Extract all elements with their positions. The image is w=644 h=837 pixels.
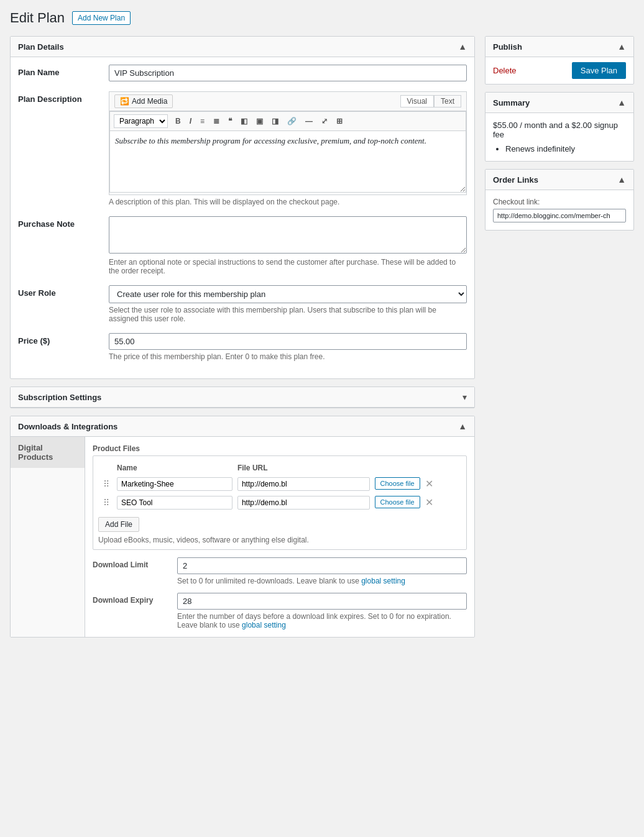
download-limit-global-link[interactable]: global setting xyxy=(361,577,405,585)
align-left-button[interactable]: ◧ xyxy=(237,115,251,127)
file-name-input[interactable] xyxy=(117,477,232,491)
blockquote-button[interactable]: ❝ xyxy=(224,115,236,127)
more-button[interactable]: ⊞ xyxy=(333,115,346,127)
subscription-settings-card: Subscription Settings ▾ xyxy=(10,386,475,408)
summary-renewal: Renews indefinitely xyxy=(505,144,626,153)
add-file-button[interactable]: Add File xyxy=(98,517,139,532)
download-expiry-input[interactable] xyxy=(177,593,467,610)
purchase-note-input[interactable] xyxy=(109,216,467,254)
plan-name-input[interactable] xyxy=(109,65,467,81)
align-center-button[interactable]: ▣ xyxy=(252,115,267,127)
bold-button[interactable]: B xyxy=(172,115,185,127)
digital-products-tab[interactable]: Digital Products xyxy=(11,437,85,468)
product-files-label: Product Files xyxy=(93,444,467,453)
paragraph-select[interactable]: Paragraph xyxy=(114,114,168,128)
plan-description-label: Plan Description xyxy=(18,91,99,104)
checkout-url-input[interactable] xyxy=(493,209,626,222)
add-media-button[interactable]: 🔁 Add Media xyxy=(114,94,173,108)
user-role-select[interactable]: Create user role for this membership pla… xyxy=(109,285,467,303)
purchase-note-help: Enter an optional note or special instru… xyxy=(109,258,467,275)
download-expiry-global-link[interactable]: global setting xyxy=(242,621,286,629)
choose-file-button[interactable]: Choose file xyxy=(375,496,420,508)
price-help: The price of this membership plan. Enter… xyxy=(109,352,467,361)
file-name-input[interactable] xyxy=(117,496,232,510)
delete-link[interactable]: Delete xyxy=(493,66,517,75)
download-expiry-help: Enter the number of days before a downlo… xyxy=(177,612,467,629)
file-url-input[interactable] xyxy=(237,496,370,510)
publish-header[interactable]: Publish ▲ xyxy=(485,37,633,57)
ordered-list-button[interactable]: ≣ xyxy=(209,115,223,127)
subscription-settings-title: Subscription Settings xyxy=(18,393,101,402)
plan-name-label: Plan Name xyxy=(18,65,99,77)
summary-header[interactable]: Summary ▲ xyxy=(485,93,633,113)
col-name-header: Name xyxy=(114,461,235,475)
drag-handle-icon[interactable]: ⠿ xyxy=(101,498,112,508)
downloads-title: Downloads & Integrations xyxy=(18,422,117,431)
plan-details-title: Plan Details xyxy=(18,42,64,52)
choose-file-button[interactable]: Choose file xyxy=(375,477,420,490)
italic-button[interactable]: I xyxy=(186,115,195,127)
publish-chevron-icon: ▲ xyxy=(617,42,626,52)
table-row: ⠿ Choose file ✕ xyxy=(98,475,461,493)
remove-file-button[interactable]: ✕ xyxy=(423,478,436,490)
plan-details-chevron-icon: ▲ xyxy=(458,42,467,52)
summary-chevron-icon: ▲ xyxy=(617,98,626,107)
price-input[interactable] xyxy=(109,333,467,350)
summary-card: Summary ▲ $55.00 / month and a $2.00 sig… xyxy=(485,92,634,162)
order-links-chevron-icon: ▲ xyxy=(617,175,626,185)
description-editor[interactable]: Subscribe to this membership program for… xyxy=(109,130,466,193)
summary-title: Summary xyxy=(493,98,530,107)
add-media-icon: 🔁 xyxy=(120,97,129,106)
user-role-label: User Role xyxy=(18,285,99,298)
col-url-header: File URL xyxy=(235,461,372,475)
price-label: Price ($) xyxy=(18,333,99,345)
remove-file-button[interactable]: ✕ xyxy=(423,496,436,508)
download-limit-input[interactable] xyxy=(177,557,467,574)
purchase-note-label: Purchase Note xyxy=(18,216,99,229)
page-title: Edit Plan xyxy=(10,10,65,26)
downloads-header[interactable]: Downloads & Integrations ▲ xyxy=(11,416,474,437)
upload-help: Upload eBooks, music, videos, software o… xyxy=(98,536,461,544)
file-url-input[interactable] xyxy=(237,477,370,491)
plan-details-header[interactable]: Plan Details ▲ xyxy=(11,37,474,57)
description-help: A description of this plan. This will be… xyxy=(109,198,467,206)
user-role-help: Select the user role to associate with t… xyxy=(109,306,467,323)
downloads-card: Downloads & Integrations ▲ Digital Produ… xyxy=(10,416,475,638)
add-new-plan-button[interactable]: Add New Plan xyxy=(72,11,131,25)
subscription-settings-chevron-icon: ▾ xyxy=(462,392,467,402)
download-limit-help: Set to 0 for unlimited re-downloads. Lea… xyxy=(177,577,467,585)
plan-details-card: Plan Details ▲ Plan Name Plan Descriptio… xyxy=(10,36,475,379)
summary-price: $55.00 / month and a $2.00 signup fee xyxy=(493,121,626,139)
align-right-button[interactable]: ◨ xyxy=(268,115,282,127)
save-plan-button[interactable]: Save Plan xyxy=(572,62,626,79)
hr-button[interactable]: — xyxy=(301,115,316,127)
downloads-chevron-icon: ▲ xyxy=(458,421,467,431)
publish-title: Publish xyxy=(493,42,522,52)
download-limit-label: Download Limit xyxy=(93,557,167,569)
order-links-header[interactable]: Order Links ▲ xyxy=(485,170,633,190)
link-button[interactable]: 🔗 xyxy=(283,115,300,127)
visual-tab[interactable]: Visual xyxy=(400,95,434,107)
text-tab[interactable]: Text xyxy=(434,95,461,107)
table-row: ⠿ Choose file ✕ xyxy=(98,493,461,512)
checkout-label: Checkout link: xyxy=(493,198,626,206)
unordered-list-button[interactable]: ≡ xyxy=(196,115,208,127)
drag-handle-icon[interactable]: ⠿ xyxy=(101,479,112,489)
download-expiry-label: Download Expiry xyxy=(93,593,167,605)
subscription-settings-header[interactable]: Subscription Settings ▾ xyxy=(11,387,474,408)
fullscreen-button[interactable]: ⤢ xyxy=(318,115,331,127)
publish-card: Publish ▲ Delete Save Plan xyxy=(485,36,634,85)
order-links-title: Order Links xyxy=(493,175,538,185)
order-links-card: Order Links ▲ Checkout link: xyxy=(485,169,634,231)
